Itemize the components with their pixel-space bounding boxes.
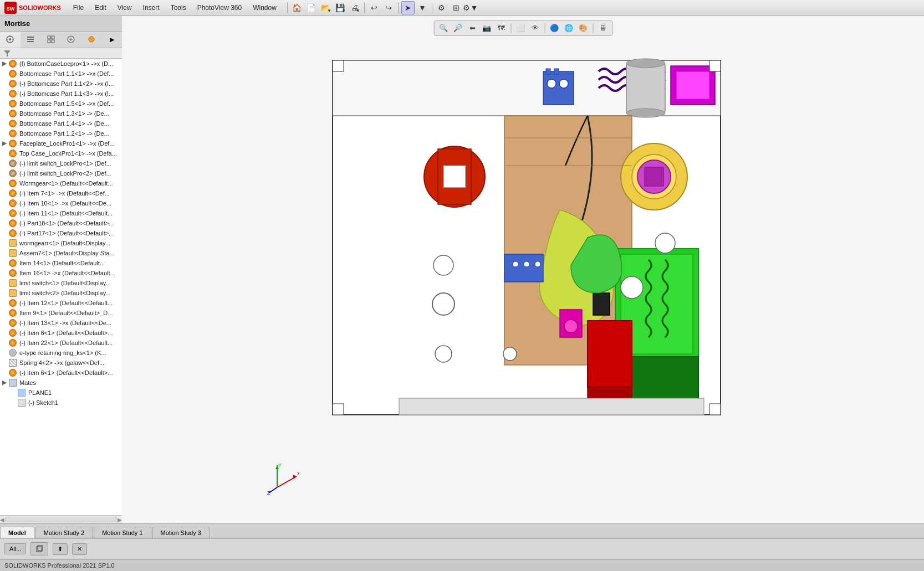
view-settings-btn[interactable]: 🖥 <box>596 22 609 34</box>
menu-window[interactable]: Window <box>248 3 281 13</box>
tree-expand[interactable]: ▶ <box>1 140 8 147</box>
tree-item-label: Bottomcase Part 1.5<1> ->x (Def... <box>19 100 114 107</box>
tree-item[interactable]: wormgearr<1> (Default<Display... <box>0 238 122 248</box>
menu-photoview[interactable]: PhotoView 360 <box>193 3 247 13</box>
tab-dim-xpert[interactable] <box>61 32 81 48</box>
tree-item[interactable]: ▶Mates <box>0 378 122 388</box>
main-content: Mortise ▶ <box>0 16 924 523</box>
tree-item-icon <box>8 279 18 287</box>
all-button[interactable]: All... <box>4 543 26 554</box>
print-btn[interactable]: 🖨▼ <box>348 1 361 14</box>
tree-item-icon <box>8 169 18 178</box>
tree-item[interactable]: Bottomcase Part 1.3<1> -> (De... <box>0 109 122 119</box>
prev-view-btn[interactable]: ⬅ <box>466 22 478 34</box>
tree-item[interactable]: Assem7<1> (Default<Display Sta... <box>0 248 122 258</box>
scroll-track[interactable] <box>6 517 116 522</box>
tree-item[interactable]: Top Case_LockPro1<1> ->x (Defa... <box>0 148 122 158</box>
tree-item[interactable]: Bottomcase Part 1.4<1> -> (De... <box>0 119 122 128</box>
select-btn[interactable]: ➤ <box>401 1 415 14</box>
tree-item[interactable]: (-) Bottomcase Part 1.1<2> ->x (I... <box>0 79 122 89</box>
tree-item[interactable]: (-) Bottomcase Part 1.1<3> ->x (I... <box>0 89 122 99</box>
tree-item[interactable]: (-) Item 22<1> (Default<<Default... <box>0 338 122 348</box>
new-btn[interactable]: 📄 <box>305 1 318 14</box>
tree-item-icon <box>8 229 18 238</box>
select-dropdown[interactable]: ▼ <box>416 1 429 14</box>
tree-item[interactable]: PLANE1 <box>0 388 122 398</box>
3d-viewport[interactable]: 🔍 🔎 ⬅ 📷 🗺 ⬜ 👁 🔵 🌐 🎨 🖥 <box>122 16 924 523</box>
options-btn2[interactable]: ⊞ <box>450 1 463 14</box>
tree-item[interactable]: (-) limit switch_LockPro<2> (Def... <box>0 168 122 178</box>
tab-config-manager[interactable] <box>40 32 61 48</box>
tree-expand[interactable]: ▶ <box>1 379 8 386</box>
menu-view[interactable]: View <box>113 3 136 13</box>
tree-item[interactable]: (-) Part18<1> (Default<<Default>... <box>0 218 122 228</box>
tree-item[interactable]: (-) Item 8<1> (Default<<Default>... <box>0 328 122 338</box>
tab-motion-study-3[interactable]: Motion Study 3 <box>152 527 210 538</box>
tree-item[interactable]: Bottomcase Part 1.2<1> -> (De... <box>0 128 122 138</box>
tree-item[interactable]: Item 16<1> ->x (Default<<Default... <box>0 268 122 278</box>
tab-display-manager[interactable] <box>81 32 102 48</box>
scene-btn[interactable]: 🌐 <box>563 22 575 34</box>
redo-btn[interactable]: ↪ <box>382 1 395 14</box>
hide-show-btn[interactable]: 👁 <box>529 22 541 34</box>
tab-model[interactable]: Model <box>0 527 34 538</box>
tree-item[interactable]: (-) Item 6<1> (Default<<Default>... <box>0 368 122 378</box>
panel-header: Mortise <box>0 16 122 32</box>
tree-item[interactable]: ▶Faceplate_LockPro1<1> ->x (Def... <box>0 138 122 148</box>
tree-expand[interactable]: ▶ <box>1 60 8 67</box>
tree-item[interactable]: limit switch<2> (Default<Display... <box>0 288 122 298</box>
close-button[interactable]: ✕ <box>72 543 87 555</box>
svg-point-45 <box>513 261 518 267</box>
tree-item[interactable]: (-) Item 7<1> ->x (Default<<Def... <box>0 188 122 198</box>
menu-edit[interactable]: Edit <box>90 3 111 13</box>
tree-item[interactable]: (-) Sketch1 <box>0 398 122 408</box>
main-toolbar: 🏠 📄 📂▼ 💾▼ 🖨▼ ↩ ↪ ➤ ▼ ⚙ ⊞ ⚙▼ <box>285 1 477 14</box>
tree-item[interactable]: (-) Item 13<1> ->x (Default<<De... <box>0 318 122 328</box>
tree-item[interactable]: (-) Item 10<1> ->x (Default<<De... <box>0 198 122 208</box>
display-style-btn[interactable]: 🔵 <box>548 22 560 34</box>
tree-item-label: (-) Bottomcase Part 1.1<2> ->x (I... <box>19 80 114 87</box>
section-view-btn[interactable]: ⬜ <box>514 22 527 34</box>
tree-item[interactable]: Bottomcase Part 1.1<1> ->x (Def... <box>0 69 122 79</box>
tree-item[interactable]: (-) Item 11<1> (Default<<Default... <box>0 208 122 218</box>
tree-item[interactable]: Wormgear<1> (Default<<Default... <box>0 178 122 188</box>
logo-text: SOLIDWORKS <box>19 4 61 11</box>
up-button[interactable]: ⬆ <box>53 543 68 555</box>
tab-feature-manager[interactable] <box>0 32 21 48</box>
tree-item-label: Assem7<1> (Default<Display Sta... <box>19 250 115 256</box>
tree-item[interactable]: (-) Part17<1> (Default<<Default>... <box>0 228 122 238</box>
tree-item[interactable]: Item 14<1> (Default<<Default... <box>0 258 122 268</box>
open-btn[interactable]: 📂▼ <box>319 1 333 14</box>
tree-item[interactable]: Spring 4<2> ->x (galaw<<Def... <box>0 358 122 368</box>
feature-tree[interactable]: ▶(f) BottomCaseLocpro<1> ->x (D...Bottom… <box>0 59 122 515</box>
settings-btn[interactable]: ⚙▼ <box>464 1 477 14</box>
tree-item[interactable]: (-) limit switch_LockPro<1> (Def... <box>0 158 122 168</box>
zoom-to-fit-btn[interactable]: 🔍 <box>437 22 450 34</box>
tree-item[interactable]: Bottomcase Part 1.5<1> ->x (Def... <box>0 99 122 109</box>
tab-more[interactable]: ▶ <box>101 32 122 48</box>
tree-item-icon <box>8 299 18 307</box>
undo-btn[interactable]: ↩ <box>367 1 381 14</box>
copy-button[interactable] <box>30 542 48 555</box>
menu-insert[interactable]: Insert <box>139 3 164 13</box>
tree-item[interactable]: limit switch<1> (Default<Display... <box>0 278 122 288</box>
home-btn[interactable]: 🏠 <box>290 1 304 14</box>
horizontal-scrollbar[interactable]: ◀ ▶ <box>0 515 122 523</box>
standard-views-btn[interactable]: 📷 <box>481 22 493 34</box>
view-selector-btn[interactable]: 🗺 <box>495 22 507 34</box>
panel-title: Mortise <box>4 19 30 28</box>
tree-item[interactable]: e-type retaining ring_ks<1> (K... <box>0 348 122 358</box>
menu-tools[interactable]: Tools <box>166 3 191 13</box>
appearances-btn[interactable]: 🎨 <box>577 22 589 34</box>
tab-property-manager[interactable] <box>21 32 41 48</box>
options-btn[interactable]: ⚙ <box>435 1 448 14</box>
tree-item[interactable]: Item 9<1> (Default<<Default>_D... <box>0 308 122 318</box>
tab-motion-study-1[interactable]: Motion Study 1 <box>94 527 151 538</box>
tree-item[interactable]: (-) Item 12<1> (Default<<Default... <box>0 298 122 308</box>
zoom-window-btn[interactable]: 🔎 <box>452 22 464 34</box>
save-btn[interactable]: 💾▼ <box>334 1 347 14</box>
tree-item-label: (-) Item 13<1> ->x (Default<<De... <box>19 320 111 326</box>
tree-item[interactable]: ▶(f) BottomCaseLocpro<1> ->x (D... <box>0 59 122 69</box>
menu-file[interactable]: File <box>69 3 88 13</box>
tab-motion-study-2[interactable]: Motion Study 2 <box>35 527 93 538</box>
